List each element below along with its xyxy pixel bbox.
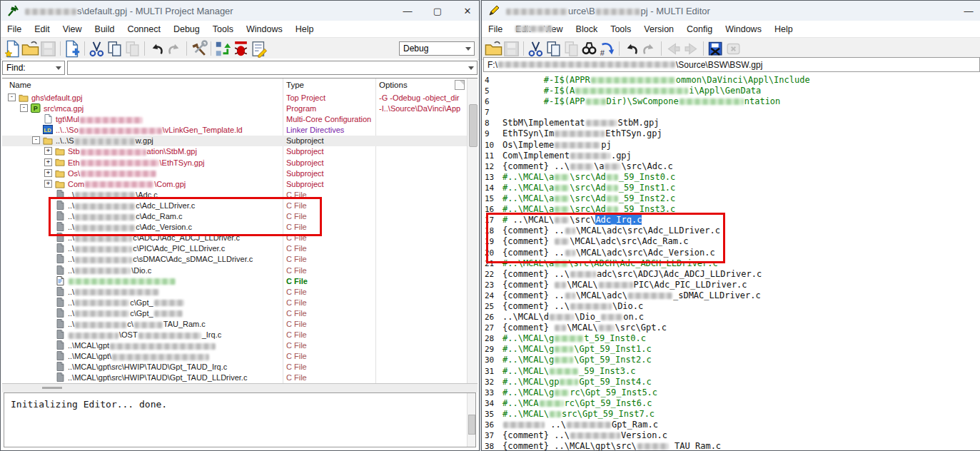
menu-tools[interactable]: Tools (604, 24, 637, 34)
tree-row[interactable]: Stbation\StbM.gpjSubproject (2, 146, 468, 157)
tree-row[interactable]: \OST_Irq.cC File (2, 330, 468, 340)
editor-line[interactable]: 36 ..\Gpt_Ram.c (485, 420, 980, 430)
tree-row[interactable]: ..\c\sDMAC\Adc_sDMAC_LLDriver.cC File (2, 254, 468, 265)
menu-edit[interactable]: Edit (28, 24, 56, 34)
minimize-button[interactable]: — (963, 6, 974, 16)
menu-block[interactable]: Block (570, 24, 605, 34)
collapse-icon[interactable] (20, 104, 28, 112)
find-input-combo[interactable] (67, 61, 478, 75)
editor-line[interactable]: 33#..\MCAL\grc\Gpt_59_Inst5.c (485, 387, 980, 398)
editor-line[interactable]: 28#..\MCAL\gt_59_Inst0.c (485, 333, 980, 344)
undo-icon[interactable] (622, 40, 640, 57)
editor-line[interactable]: 24{comment} ..\MCAL\adc\_sDMAC_LLDriver.… (485, 290, 980, 301)
editor-line[interactable]: 26..\MCAL\d\Dio_on.c (485, 312, 980, 323)
tree-row[interactable]: ..\c\TAU_Ram.cC File (2, 319, 468, 330)
editor-line[interactable]: 25{comment} ..\\Dio.c (485, 301, 980, 312)
new-file-icon[interactable] (4, 40, 21, 57)
close-button[interactable]: ✕ (462, 6, 473, 16)
editor-line[interactable]: 8StbM\ImplementatStbM.gpj (485, 118, 980, 128)
menu-help[interactable]: Help (768, 24, 799, 34)
open-folder-icon[interactable] (485, 40, 502, 57)
editor-line[interactable]: 11Com\Implement.gpj (485, 151, 980, 161)
editor-line[interactable]: 10Os\Implemepj (485, 140, 980, 151)
menu-config[interactable]: Config (680, 24, 719, 34)
menu-file[interactable]: File (482, 24, 509, 34)
editor-line[interactable]: 5 #-I$(Ai\Appl\GenData (485, 86, 980, 96)
editor-line[interactable]: 34#..\MCArc\Gpt_59_Inst6.c (485, 398, 980, 409)
undo-icon[interactable] (148, 40, 166, 57)
tree-row[interactable]: ..\c\Gpt_C File (2, 298, 468, 308)
menu-file[interactable]: File (1, 24, 28, 34)
tree-vertical-scrollbar[interactable] (467, 78, 478, 384)
tree-row[interactable]: ..\MCAL\gpt\C File (2, 351, 468, 362)
expand-icon[interactable] (44, 158, 52, 166)
editor-line[interactable]: 7 (485, 107, 980, 118)
tree-row[interactable]: ..\MCAL\gpt\src\HWIP\TAUD\Gpt_TAUD_LLDri… (2, 373, 468, 383)
edit-notes-icon[interactable] (250, 40, 268, 57)
curl-corner-icon[interactable] (455, 80, 465, 90)
editor-line[interactable]: 38{comment} ..\MCAL\gpt\src\_TAU_Ram.c (485, 441, 980, 450)
expand-icon[interactable] (44, 180, 52, 188)
find-icon[interactable] (580, 40, 598, 57)
tree-row[interactable]: ..\\Dio.cC File (2, 265, 468, 276)
editor-line[interactable]: 22{comment} ..\adc\src\ADCJ\Adc_ADCJ_LLD… (485, 269, 980, 280)
editor-line[interactable]: 29#..\MCAL\g\Gpt_59_Inst1.c (485, 344, 980, 355)
menu-windows[interactable]: Windows (240, 24, 289, 34)
add-file-icon[interactable] (64, 40, 81, 57)
menu-help[interactable]: Help (289, 24, 320, 34)
column-options[interactable]: Options (379, 81, 408, 89)
tree-row[interactable]: Eth\EthTSyn.gpjSubproject (2, 158, 468, 168)
splitter-handle[interactable] (42, 387, 62, 389)
editor-line[interactable]: 31#..\MCAL\_59_Inst3.c (485, 366, 980, 377)
editor-line[interactable]: 13#..\MCAL\a\src\Ad_59_Inst0.c (485, 172, 980, 183)
output-log-panel[interactable]: Initializing Editor... done. (4, 392, 476, 447)
debug-icon[interactable] (232, 40, 250, 57)
editor-line[interactable]: 35#..\MCAL\src\Gpt_59_Inst7.c (485, 409, 980, 420)
menu-connect[interactable]: Connect (121, 24, 167, 34)
tree-row[interactable]: ghs\default.gpjTop Project-G -Odebug -ob… (2, 93, 468, 103)
tree-row[interactable]: ..\..\Sw.gpjSubproject (2, 136, 468, 146)
editor-line[interactable]: 9EthTSyn\ImEthTSyn.gpj (485, 128, 980, 139)
column-name[interactable]: Name (9, 81, 31, 89)
editor-line[interactable]: 12{comment} ..\\a\src\Adc.c (485, 161, 980, 172)
output-scrollbar[interactable] (467, 393, 475, 447)
menu-view[interactable]: View (56, 24, 89, 34)
tree-row[interactable]: LD..\..\So\vLinkGen_Template.ldLinker Di… (2, 125, 468, 136)
editor-line[interactable]: 37{comment} ..\Version.c (485, 430, 980, 441)
tree-row[interactable]: Os\Subproject (2, 168, 468, 179)
collapse-icon[interactable] (32, 136, 40, 144)
tree-row[interactable]: ..\c\Gpt_C File (2, 308, 468, 319)
tree-row[interactable]: ..\c\PIC\Adc_PIC_LLDriver.cC File (2, 243, 468, 254)
connect-icon[interactable] (214, 40, 232, 57)
editor-line[interactable]: 30#..\MCAL\g\Gpt_59_Inst2.c (485, 355, 980, 365)
expand-icon[interactable] (44, 147, 52, 155)
pane-splitter[interactable] (2, 383, 478, 392)
editor-line[interactable]: 4 #-I$(APPRommon\DaVinci\Appl\Include (485, 75, 980, 86)
editor-line[interactable]: 23{comment} \MCAL\PIC\Adc_PIC_LLDriver.c (485, 280, 980, 290)
menu-debug[interactable]: Debug (167, 24, 206, 34)
tree-row[interactable]: ..\MCAL\gpt\src\HWIP\TAUD\Gpt_TAUD_Irq.c… (2, 362, 468, 373)
editor-line[interactable]: 27{comment} \MCAL\\src\Gpt.c (485, 323, 980, 333)
cut-icon[interactable] (527, 40, 545, 57)
tree-row[interactable]: Psrc\mca.gpjProgram-I..\Source\DaVinci\A… (2, 103, 468, 114)
menu-windows[interactable]: Windows (719, 24, 768, 34)
editor-line[interactable]: 32#..\MCAL\gpGpt_59_Inst4.c (485, 377, 980, 387)
project-manager-titlebar[interactable]: s\default.gpj - MULTI Project Manager — … (1, 1, 479, 21)
scrollbar-thumb[interactable] (468, 415, 475, 435)
tree-row[interactable]: tgt\MulMulti-Core Configuration (2, 114, 468, 125)
tree-row[interactable]: Com\Com.gpjSubproject (2, 179, 468, 190)
menu-build[interactable]: Build (89, 24, 121, 34)
menu-version[interactable]: Version (637, 24, 680, 34)
tree-row[interactable]: C File (2, 276, 468, 287)
editor-line[interactable]: 14#..\MCAL\a\src\Ad_59_Inst1.c (485, 183, 980, 193)
file-path-input[interactable]: F:\\Source\BSW\BSW.gpj (483, 57, 980, 72)
maximize-button[interactable]: ▢ (432, 6, 443, 16)
copy-icon[interactable] (545, 40, 562, 57)
menu-tools[interactable]: Tools (206, 24, 240, 34)
collapse-icon[interactable] (8, 93, 16, 101)
tree-row[interactable]: ..\MCAL\gptC File (2, 340, 468, 351)
open-folder-icon[interactable] (21, 40, 39, 57)
save-close-icon[interactable] (707, 40, 724, 57)
editor-titlebar[interactable]: urce\Bpj - MULTI Editor — (482, 1, 980, 21)
cut-icon[interactable] (88, 40, 106, 57)
